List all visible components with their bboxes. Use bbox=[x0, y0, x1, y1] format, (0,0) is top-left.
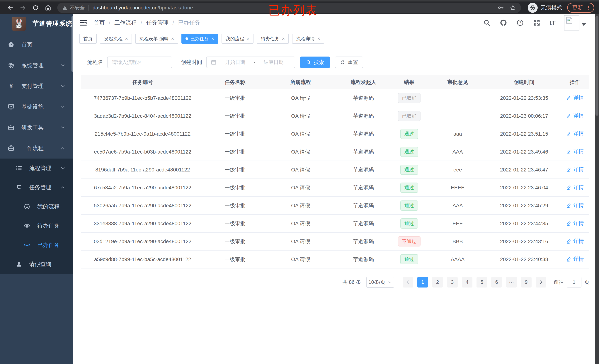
search-icon[interactable] bbox=[483, 19, 491, 27]
tab-done-tasks[interactable]: 已办任务 × bbox=[181, 34, 218, 44]
tab-form-edit[interactable]: 流程表单-编辑 × bbox=[135, 34, 178, 44]
back-icon[interactable] bbox=[6, 3, 15, 12]
detail-link[interactable]: 详情 bbox=[566, 220, 584, 227]
page-button-1[interactable]: 1 bbox=[417, 277, 428, 287]
window-scrollbar[interactable] bbox=[595, 14, 599, 364]
sidebar-item-payment[interactable]: ¥ 支付管理 bbox=[0, 76, 73, 97]
breadcrumb-task-mgmt[interactable]: 任务管理 bbox=[146, 19, 168, 27]
bookmark-star-icon[interactable] bbox=[510, 4, 516, 11]
font-size-icon[interactable]: tT bbox=[549, 19, 556, 27]
detail-link[interactable]: 详情 bbox=[566, 148, 584, 155]
sidebar-item-leave-query[interactable]: 请假查询 bbox=[0, 255, 73, 274]
table-row: 03d1219e-7b9a-11ec-a290-acde48001122 一级审… bbox=[81, 232, 589, 250]
sidebar-item-todo-tasks[interactable]: 待办任务 bbox=[0, 216, 73, 235]
breadcrumb-workflow[interactable]: 工作流程 bbox=[114, 19, 137, 27]
home-icon[interactable] bbox=[44, 3, 53, 12]
cell-task-name: 一级审批 bbox=[204, 89, 265, 107]
avatar-caret-icon[interactable] bbox=[582, 23, 586, 26]
sidebar-item-done-tasks[interactable]: 已办任务 bbox=[0, 235, 73, 255]
sidebar-item-home[interactable]: 首页 bbox=[0, 34, 73, 55]
sidebar-item-devtools[interactable]: 研发工具 bbox=[0, 117, 73, 138]
avatar[interactable] bbox=[564, 15, 579, 30]
page-button-⋯[interactable]: ⋯ bbox=[506, 277, 517, 287]
tab-start-process[interactable]: 发起流程 × bbox=[100, 34, 132, 44]
detail-link[interactable]: 详情 bbox=[566, 166, 584, 173]
detail-link[interactable]: 详情 bbox=[566, 112, 584, 119]
sidebar-menu: 首页 系统管理 ¥ 支付管理 基础设施 研发工具 工作流程 流程管理 任务管理 … bbox=[0, 34, 73, 274]
detail-link[interactable]: 详情 bbox=[566, 94, 584, 101]
prev-page-button[interactable] bbox=[403, 277, 413, 287]
insecure-warning-icon[interactable] bbox=[62, 5, 68, 10]
cell-process: OA 请假 bbox=[265, 197, 336, 214]
table-row: 53026aa5-7b9a-11ec-a290-acde48001122 一级审… bbox=[81, 197, 589, 214]
url-text[interactable]: dashboard.yudao.iocoder.cn/bpm/task/done bbox=[93, 5, 193, 11]
scrollbar-thumb[interactable] bbox=[596, 16, 599, 116]
close-tab-icon[interactable]: × bbox=[282, 36, 285, 41]
reload-icon[interactable] bbox=[31, 3, 40, 12]
detail-link[interactable]: 详情 bbox=[566, 184, 584, 191]
cell-comment: AAAA bbox=[427, 250, 488, 268]
forward-icon[interactable] bbox=[18, 3, 27, 12]
date-range-picker[interactable]: 开始日期 - 结束日期 bbox=[206, 57, 295, 68]
cell-starter: 芋道源码 bbox=[336, 214, 391, 232]
github-icon[interactable] bbox=[500, 19, 507, 27]
collapse-sidebar-icon[interactable] bbox=[79, 19, 87, 27]
close-tab-icon[interactable]: × bbox=[317, 36, 320, 41]
refresh-icon bbox=[340, 60, 345, 65]
app-logo[interactable]: 🐰 芋道管理系统 bbox=[0, 14, 73, 33]
detail-link[interactable]: 详情 bbox=[566, 256, 584, 263]
sidebar-item-workflow[interactable]: 工作流程 bbox=[0, 138, 73, 159]
active-tab-dot bbox=[185, 37, 188, 40]
cell-task-id: 215cf4e5-7b9b-11ec-9a1b-acde48001122 bbox=[81, 125, 204, 143]
chevron-right-icon bbox=[538, 280, 543, 284]
cell-created: 2022-01-22 23:44:35 bbox=[488, 214, 560, 232]
sidebar-item-task-mgmt[interactable]: 任务管理 bbox=[0, 178, 73, 197]
tab-my-process[interactable]: 我的流程 × bbox=[221, 34, 254, 44]
tab-todo-tasks[interactable]: 待办任务 × bbox=[257, 34, 289, 44]
search-button[interactable]: 搜索 bbox=[300, 57, 330, 68]
cell-result: 已取消 bbox=[391, 107, 427, 125]
goto-page-input[interactable] bbox=[567, 277, 581, 287]
sidebar-scrollbar-thumb[interactable] bbox=[71, 16, 73, 72]
tab-home[interactable]: 首页 bbox=[79, 34, 97, 44]
page-button-6[interactable]: 6 bbox=[491, 277, 502, 287]
password-key-icon[interactable] bbox=[497, 4, 504, 11]
close-tab-icon[interactable]: × bbox=[125, 36, 128, 41]
page-button-4[interactable]: 4 bbox=[462, 277, 472, 287]
next-page-button[interactable] bbox=[536, 277, 546, 287]
flow-icon bbox=[16, 184, 22, 191]
close-tab-icon[interactable]: × bbox=[247, 36, 249, 41]
security-label[interactable]: 不安全 bbox=[70, 4, 85, 11]
result-badge: 不通过 bbox=[398, 236, 421, 247]
page-button-9[interactable]: 9 bbox=[521, 277, 532, 287]
result-badge: 通过 bbox=[400, 183, 418, 193]
breadcrumb-done-tasks[interactable]: 已办任务 bbox=[178, 19, 200, 27]
page-button-2[interactable]: 2 bbox=[432, 277, 443, 287]
process-name-input[interactable] bbox=[107, 57, 172, 68]
sidebar-item-system[interactable]: 系统管理 bbox=[0, 55, 73, 76]
cell-action: 详情 bbox=[560, 214, 589, 232]
start-date-placeholder: 开始日期 bbox=[218, 59, 253, 66]
sidebar-item-process-mgmt[interactable]: 流程管理 bbox=[0, 159, 73, 178]
help-icon[interactable]: ? bbox=[516, 19, 524, 27]
update-button[interactable]: 更新 bbox=[567, 3, 594, 13]
detail-link[interactable]: 详情 bbox=[566, 130, 584, 137]
page-button-3[interactable]: 3 bbox=[447, 277, 458, 287]
page-content: 流程名 创建时间 开始日期 - 结束日期 搜索 重置 bbox=[73, 46, 599, 364]
detail-link[interactable]: 详情 bbox=[566, 238, 584, 245]
page-size-select[interactable]: 10条/页 bbox=[366, 277, 394, 288]
tab-process-detail[interactable]: 流程详情 × bbox=[292, 34, 324, 44]
calendar-icon bbox=[211, 59, 217, 65]
breadcrumb-home[interactable]: 首页 bbox=[94, 19, 105, 27]
table-header-row: 任务编号任务名称所属流程流程发起人结果审批意见创建时间操作 bbox=[81, 75, 589, 89]
fullscreen-icon[interactable] bbox=[533, 19, 541, 27]
result-badge: 通过 bbox=[400, 147, 418, 157]
cell-task-id: a59c9d88-7b99-11ec-ba5c-acde48001122 bbox=[81, 250, 204, 268]
close-tab-icon[interactable]: × bbox=[211, 36, 214, 41]
sidebar-item-my-process[interactable]: 我的流程 bbox=[0, 197, 73, 216]
page-button-5[interactable]: 5 bbox=[476, 277, 487, 287]
sidebar-item-infrastructure[interactable]: 基础设施 bbox=[0, 97, 73, 117]
detail-link[interactable]: 详情 bbox=[566, 202, 584, 209]
reset-button[interactable]: 重置 bbox=[335, 57, 363, 68]
close-tab-icon[interactable]: × bbox=[171, 36, 174, 41]
